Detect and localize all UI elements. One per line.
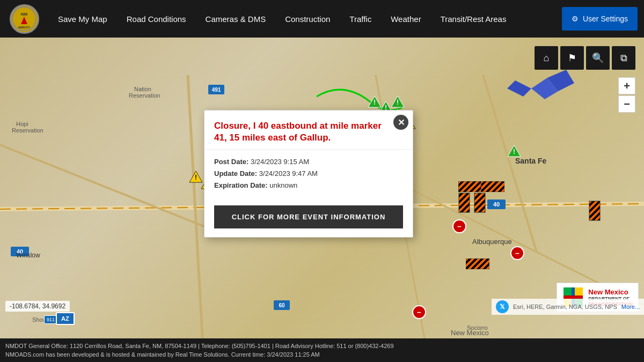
logo-badge: NM NMDOT [10, 4, 39, 34]
popup-title: Closure, I 40 eastbound at mile marker 4… [214, 120, 391, 144]
header: NM NMDOT Save My Map Road Conditions Cam… [0, 0, 644, 38]
event-popup: Closure, I 40 eastbound at mile marker 4… [204, 110, 413, 238]
nav-road-conditions[interactable]: Road Conditions [117, 0, 196, 38]
svg-text:Hopi: Hopi [16, 121, 28, 127]
svg-text:60: 60 [279, 302, 285, 308]
event-info-button[interactable]: CLICK FOR MORE EVENT INFORMATION [214, 205, 403, 228]
popup-update-date: Update Date: 3/24/2023 9:47 AM [214, 168, 403, 180]
svg-text:!: ! [195, 174, 197, 181]
home-button[interactable]: ⌂ [535, 46, 558, 70]
nav-cameras-dms[interactable]: Cameras & DMS [196, 0, 276, 38]
state-badge-az: AZ [56, 312, 75, 325]
svg-text:Winslow: Winslow [16, 252, 40, 259]
svg-text:Reservation: Reservation [129, 92, 160, 99]
svg-text:NM: NM [21, 12, 28, 17]
layers-button[interactable]: ⧉ [612, 46, 635, 70]
svg-rect-33 [474, 193, 485, 212]
nav-save-my-map[interactable]: Save My Map [48, 0, 117, 38]
nav-weather[interactable]: Weather [381, 0, 430, 38]
svg-rect-86 [564, 287, 572, 295]
svg-text:Socorro: Socorro [467, 324, 488, 331]
footer-line-2: NMOADS.com has been developed & is hoste… [5, 350, 639, 359]
popup-expiration: Expiration Date: unknown [214, 180, 403, 191]
gear-icon: ⚙ [572, 14, 579, 23]
user-settings-label: User Settings [583, 14, 628, 23]
svg-text:Albuquerque: Albuquerque [472, 238, 512, 246]
svg-text:!: ! [397, 99, 399, 106]
svg-rect-74 [458, 181, 482, 192]
svg-text:–: – [515, 249, 519, 257]
map-container[interactable]: 40 491 40 60 Santa Fe Albuquerque Winslo… [0, 38, 644, 338]
user-settings-button[interactable]: ⚙ User Settings [562, 7, 638, 31]
svg-rect-32 [459, 193, 470, 212]
road-closure-bar-3 [466, 258, 489, 269]
nav-transit-rest-areas[interactable]: Transit/Rest Areas [431, 0, 516, 38]
road-closure-bar-2 [481, 181, 504, 192]
closure-albuquerque[interactable]: – [452, 219, 467, 236]
nav-construction[interactable]: Construction [275, 0, 340, 38]
svg-text:Reservation: Reservation [12, 127, 43, 134]
attribution-more[interactable]: More... [621, 304, 640, 310]
closure-south[interactable]: – [412, 305, 427, 322]
popup-body: Post Date: 3/24/2023 9:15 AM Update Date… [204, 150, 413, 198]
svg-text:Nation: Nation [134, 86, 151, 92]
popup-post-date: Post Date: 3/24/2023 9:15 AM [214, 156, 403, 168]
svg-line-9 [0, 145, 215, 231]
svg-rect-34 [589, 201, 600, 220]
svg-rect-80 [466, 258, 489, 269]
svg-rect-87 [575, 287, 583, 295]
road-closure-bar-1 [458, 181, 482, 192]
svg-text:–: – [417, 308, 421, 316]
green-marker-santa-fe[interactable]: ! [507, 145, 521, 159]
green-marker-3[interactable]: ! [391, 95, 405, 110]
map-toolbar: ⌂ ⚑ 🔍 ⧉ [535, 46, 635, 70]
closure-east[interactable]: – [510, 246, 525, 263]
bookmark-button[interactable]: ⚑ [560, 46, 584, 70]
zoom-controls: + − [618, 77, 635, 113]
svg-text:!: ! [513, 148, 515, 156]
twitter-icon[interactable]: 𝕏 [496, 300, 509, 313]
popup-header: Closure, I 40 eastbound at mile marker 4… [204, 110, 413, 150]
svg-marker-35 [507, 80, 531, 97]
coordinates: -108.6784, 34.9692 [5, 301, 70, 312]
map-attribution: 𝕏 Esri, HERE, Garmin, NGA, USGS, NPS Mor… [492, 299, 644, 315]
main-nav: Save My Map Road Conditions Cameras & DM… [48, 0, 562, 38]
svg-text:NMDOT: NMDOT [18, 26, 30, 29]
popup-meta: Post Date: 3/24/2023 9:15 AM Update Date… [214, 156, 403, 191]
logo-area: NM NMDOT [0, 0, 48, 38]
nav-traffic[interactable]: Traffic [340, 0, 381, 38]
svg-text:!: ! [374, 99, 376, 106]
footer: NMDOT General Office: 1120 Cerrillos Roa… [0, 338, 644, 362]
svg-text:–: – [457, 222, 462, 231]
svg-text:491: 491 [212, 87, 221, 93]
svg-text:40: 40 [493, 201, 500, 208]
zoom-in-button[interactable]: + [618, 77, 635, 94]
svg-rect-77 [481, 181, 504, 192]
zoom-out-button[interactable]: − [618, 95, 635, 113]
footer-line-1: NMDOT General Office: 1120 Cerrillos Roa… [5, 342, 639, 351]
popup-close-button[interactable]: ✕ [393, 115, 408, 130]
search-button[interactable]: 🔍 [586, 46, 610, 70]
